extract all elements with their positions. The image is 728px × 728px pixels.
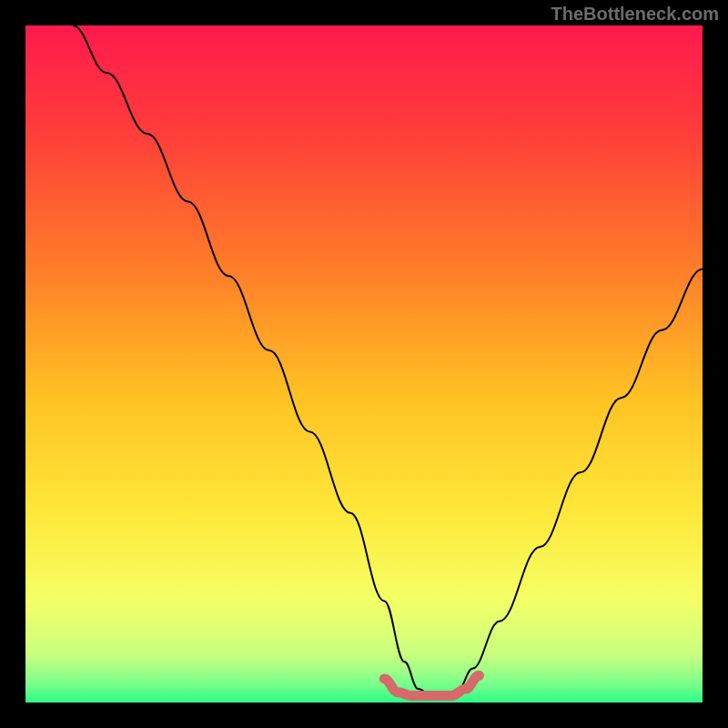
watermark-text: TheBottleneck.com bbox=[551, 4, 719, 25]
chart-frame: TheBottleneck.com bbox=[0, 0, 728, 728]
bottleneck-chart bbox=[0, 0, 728, 728]
plot-background bbox=[25, 25, 703, 703]
